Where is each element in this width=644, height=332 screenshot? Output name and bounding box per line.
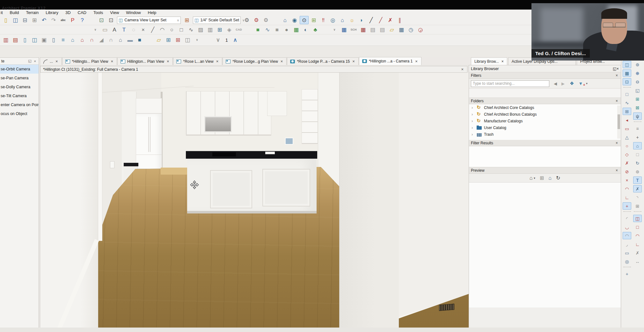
sch-schedule-icon[interactable]: SCH [349,25,358,34]
slab-icon[interactable]: ▬ [126,36,135,44]
folder-row[interactable]: › Chief Architect Bonus Catalogs [469,111,621,118]
half-wall-icon[interactable]: ▤ [11,36,20,44]
preview-fill-window-icon[interactable]: ⊞ [540,175,544,181]
help-icon[interactable]: ? [78,16,87,24]
document-tab[interactable]: *Rose L...an View × [173,57,222,65]
time-tracker-icon[interactable]: ◶ [416,25,425,34]
section-close-icon[interactable]: × [615,99,619,103]
layer-display-options-icon[interactable]: ⊡ [623,78,631,85]
save-icon[interactable]: ◫ [11,16,20,24]
arc-tangent-icon[interactable]: ◞ [623,241,631,248]
camera-mode-item[interactable]: enter Camera on Poin [0,100,39,109]
preview-display-house-icon[interactable]: ⌂ [530,175,533,181]
gazebo-icon[interactable]: ∩ [87,36,96,44]
expand-chevron-icon[interactable]: › [472,105,477,110]
sun-shadow-icon[interactable]: ◐ [301,25,310,34]
camera-mode-item[interactable]: ocus on Object [0,109,39,118]
rail-icon[interactable] [634,211,641,214]
rail-icon[interactable] [634,121,641,124]
framing-house-icon[interactable]: ⌂ [68,36,77,44]
folder-row[interactable]: › Trash [469,131,621,138]
break-line-icon[interactable]: ✗ [633,185,642,192]
polygon-marker-icon[interactable]: △ [623,134,631,141]
terrain-perimeter-icon[interactable]: ■ [253,25,262,34]
room-materials-icon[interactable]: ▤ [368,25,377,34]
menu-item[interactable]: Build [6,10,23,15]
center-point-icon[interactable]: + [623,202,631,210]
grid-icon[interactable]: ⊞ [633,202,642,210]
schedule-table-icon[interactable]: ▦ [340,25,348,34]
resize-tool-icon[interactable]: ▭ [623,249,631,256]
open-object-icon[interactable]: ⊡ [106,16,115,24]
toolbar-icon[interactable] [320,25,329,34]
dimension-ruler-icon[interactable]: ▭ [100,25,109,34]
arc-edit-icon[interactable]: ◠ [623,185,631,192]
flip-tool-icon[interactable]: ✗ [623,159,631,167]
document-tab[interactable]: ... × [40,57,62,65]
terrain-region-icon[interactable]: ■ [273,25,282,34]
new-plan-icon[interactable]: ▯ [1,16,10,24]
camera-mode-item[interactable]: se-Tilt Camera [0,91,39,100]
layout-page-icon[interactable]: P [68,16,77,24]
document-tab[interactable]: *Rose Lodge...g Plan View × [223,57,287,65]
spray-edit-icon[interactable]: ∿ [623,99,631,106]
tab-close-icon[interactable]: × [414,59,418,64]
3d-viewport[interactable] [40,73,469,328]
delete-objects-icon[interactable]: ✗ [386,16,395,24]
toolbar-icon[interactable] [202,36,211,44]
edit-toolbar-icon[interactable]: ⚙ [252,16,261,24]
camera-mode-item[interactable]: se-Pan Camera [0,74,39,83]
no-symbol-tool-icon[interactable]: ⊘ [623,168,631,175]
previous-marker-icon[interactable]: ◂ [623,116,631,124]
scrollbar-thumb[interactable] [618,114,620,129]
panel-close-icon[interactable]: × [33,59,37,63]
expand-view-icon[interactable]: ⊠ [633,104,642,111]
menu-item[interactable]: Window [122,10,144,15]
document-tab[interactable]: *Hillington ...a - Camera 1 × [359,57,421,65]
save-plan-view-icon[interactable]: ⊞ [164,36,173,44]
print-preview-icon[interactable]: ⊞ [30,16,39,24]
dock-tab[interactable]: Library Brow... × [471,57,507,65]
dropdown-caret-3[interactable]: ∨ [193,36,201,44]
draw-circle-icon[interactable]: ○ [167,25,176,34]
preview-rotate-icon[interactable]: ↻ [556,175,560,181]
section-marker-icon[interactable]: ◈ [225,25,234,34]
fence-gate-icon[interactable]: ▦ [292,25,301,34]
framing-detail-icon[interactable]: ▥ [206,25,215,34]
menu-item[interactable]: Tools [90,10,106,15]
materials-list-icon[interactable]: ▦ [359,25,368,34]
stairs-icon[interactable]: ≡ [59,36,68,44]
zoom-icon[interactable]: ⊚ [633,61,642,68]
library-search-icon[interactable]: ❖ [570,81,574,86]
roof-plane-icon[interactable]: ◢ [97,36,106,44]
spray-arc-icon[interactable]: ◝ [633,194,642,201]
camera-mode-item[interactable]: se-Orbit Camera [0,65,39,74]
rail-icon[interactable] [623,267,631,269]
scale-combo[interactable]: ◫ 1/4" Scale Default Set ∨ [193,17,241,24]
record-walkthrough-icon[interactable]: ◎ [328,16,337,24]
walkthrough-icon[interactable]: ‼ [319,16,328,24]
railing-icon[interactable]: ▥ [1,36,10,44]
panel-float-icon[interactable]: ◱ [613,66,617,71]
folder-row[interactable]: › Manufacturer Catalogs [469,118,621,124]
tab-close-icon[interactable]: × [55,59,59,64]
crosshair-icon[interactable]: + [633,134,642,141]
toolbar-icon[interactable] [145,36,154,44]
camera-view-icon[interactable]: ◉ [290,16,299,24]
cad-to-walls-icon[interactable]: ▱ [154,36,163,44]
corner-edit-icon[interactable]: ∟ [623,194,631,201]
folder-row[interactable]: › Chief Architect Core Catalogs [469,104,621,111]
menu-item[interactable]: 3D [62,10,74,15]
find-in-doc-icon[interactable]: ⊚ [633,168,642,175]
material-eyedropper-icon[interactable]: ╱ [376,16,385,24]
tab-close-icon[interactable]: × [352,59,355,64]
hatch-lines-icon[interactable]: ∥ [395,16,404,24]
point-tool-icon[interactable]: + [623,270,631,278]
section-close-icon[interactable]: × [615,141,619,145]
expand-chevron-icon[interactable]: › [472,125,477,130]
document-tab[interactable]: *Hillingto... Plan View × [62,57,117,65]
plant-tree-icon[interactable]: ♣ [311,25,320,34]
folders-scrollbar[interactable] [617,105,620,139]
text-arrow-icon[interactable]: A [110,25,119,34]
filter-caret-icon[interactable]: ▾ [586,82,588,85]
